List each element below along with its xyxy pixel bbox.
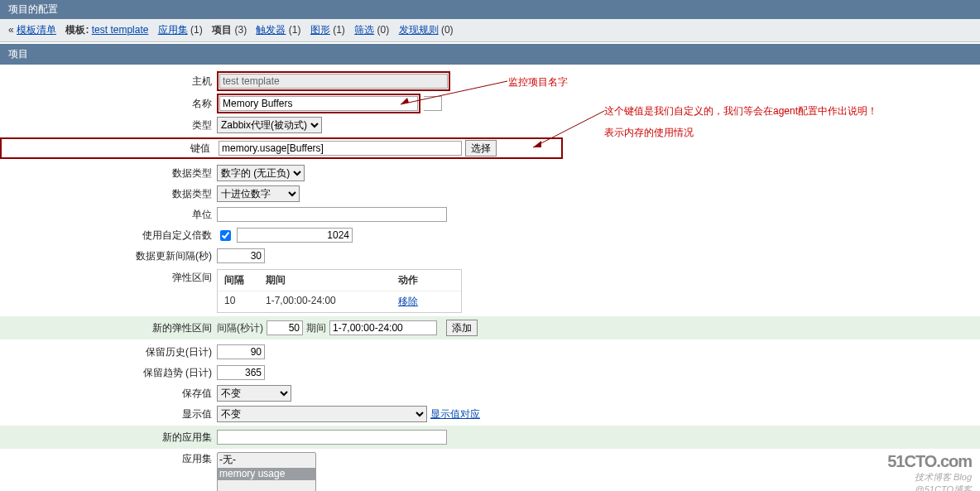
input-new-flex-interval[interactable] (267, 320, 303, 335)
input-new-flex-period[interactable] (329, 320, 437, 335)
link-remove-flex[interactable]: 移除 (398, 296, 418, 307)
label-host: 主机 (0, 75, 217, 89)
label-new-flex-interval: 间隔(秒计) (217, 321, 263, 335)
count-items: (3) (234, 24, 247, 36)
label-applications: 应用集 (0, 452, 217, 466)
link-screens[interactable]: 筛选 (354, 24, 374, 36)
link-template-list[interactable]: 模板清单 (17, 24, 56, 36)
table-row: 10 1-7,00:00-24:00 移除 (218, 291, 461, 312)
input-history[interactable] (217, 344, 265, 359)
button-select-key[interactable]: 选择 (465, 140, 497, 156)
select-datatype[interactable]: 数字的 (无正负) (217, 165, 305, 181)
link-triggers[interactable]: 触发器 (256, 24, 286, 36)
label-unit: 单位 (0, 208, 217, 222)
app-option-none[interactable]: -无- (218, 453, 315, 468)
checkbox-multiplier[interactable] (220, 230, 231, 241)
link-graphs[interactable]: 图形 (310, 24, 330, 36)
template-label: 模板: (65, 24, 89, 36)
label-history: 保留历史(日计) (0, 345, 217, 359)
flex-col-interval: 间隔 (224, 273, 266, 287)
label-type: 类型 (0, 118, 217, 132)
input-key[interactable] (219, 141, 462, 156)
link-template-name[interactable]: test template (92, 24, 149, 36)
link-discovery[interactable]: 发现规则 (399, 24, 439, 36)
input-unit[interactable] (217, 207, 447, 222)
input-name-extra[interactable] (424, 96, 442, 111)
input-multiplier[interactable] (237, 228, 353, 243)
input-host (219, 74, 448, 89)
button-add-flex[interactable]: 添加 (446, 320, 478, 336)
input-new-application[interactable] (217, 430, 447, 445)
label-name: 名称 (0, 97, 217, 111)
select-store-value[interactable]: 不变 (217, 385, 291, 402)
label-show-value: 显示值 (0, 407, 217, 421)
label-key: 键值 (0, 137, 215, 159)
input-trends[interactable] (217, 365, 265, 380)
flex-col-period: 期间 (266, 273, 398, 287)
link-applications[interactable]: 应用集 (158, 24, 188, 36)
label-datatype: 数据类型 (0, 166, 217, 181)
section-title: 项目 (8, 48, 28, 60)
input-interval[interactable] (217, 248, 265, 263)
flex-row-interval: 10 (224, 295, 266, 309)
link-items: 项目 (212, 24, 232, 36)
label-new-flex: 新的弹性区间 (0, 321, 217, 335)
input-name[interactable] (219, 96, 418, 111)
annotation-key-desc: 这个键值是我们自定义的，我们等会在agent配置中作出说明！ (604, 104, 877, 118)
count-graphs: (1) (333, 24, 345, 36)
label-new-application: 新的应用集 (0, 431, 217, 445)
label-new-flex-period: 期间 (306, 321, 326, 335)
app-option-memory[interactable]: memory usage (218, 468, 315, 480)
select-show-value[interactable]: 不变 (217, 406, 427, 422)
label-trends: 保留趋势 (日计) (0, 366, 217, 380)
label-flex-intervals: 弹性区间 (0, 267, 217, 285)
page-title: 项目的配置 (8, 3, 58, 15)
count-discovery: (0) (441, 24, 454, 36)
link-show-value-map[interactable]: 显示值对应 (430, 407, 480, 421)
flex-interval-table: 间隔 期间 动作 10 1-7,00:00-24:00 移除 (217, 269, 462, 313)
flex-col-action: 动作 (398, 273, 454, 287)
page-header: 项目的配置 (0, 0, 980, 19)
count-triggers: (1) (289, 24, 301, 36)
select-type[interactable]: Zabbix代理(被动式) (217, 117, 322, 133)
label-dataformat: 数据类型 (0, 187, 217, 201)
select-applications[interactable]: -无- memory usage (217, 452, 316, 491)
flex-row-period: 1-7,00:00-24:00 (266, 295, 398, 309)
count-applications: (1) (190, 24, 203, 36)
back-symbol: « (8, 24, 14, 36)
annotation-key-meaning: 表示内存的使用情况 (604, 126, 694, 140)
breadcrumb-nav: « 模板清单 模板: test template 应用集 (1) 项目 (3) … (0, 19, 980, 42)
label-interval: 数据更新间隔(秒) (0, 249, 217, 263)
select-dataformat[interactable]: 十进位数字 (217, 185, 300, 202)
count-screens: (0) (377, 24, 390, 36)
item-form: 监控项目名字 这个键值是我们自定义的，我们等会在agent配置中作出说明！ 表示… (0, 65, 980, 491)
label-store-value: 保存值 (0, 387, 217, 401)
label-multiplier: 使用自定义倍数 (0, 229, 217, 243)
annotation-name: 监控项目名字 (508, 75, 568, 89)
section-header: 项目 (0, 44, 980, 65)
